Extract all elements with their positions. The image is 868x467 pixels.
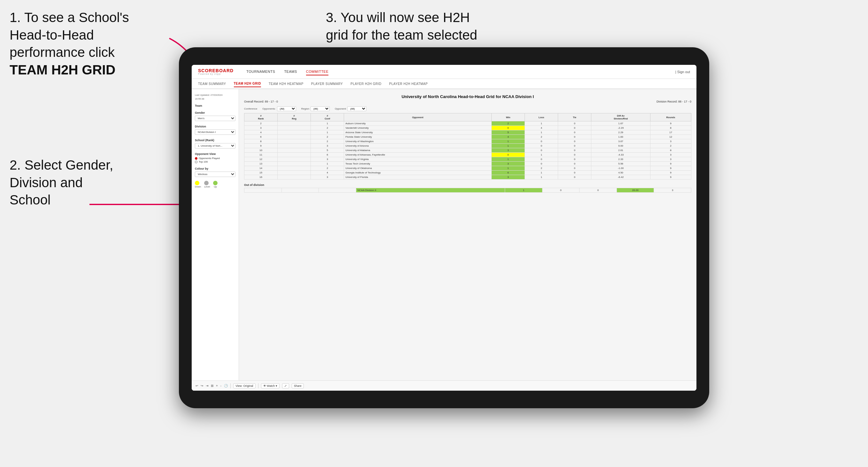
radio-opponents-played-icon (195, 157, 197, 160)
cell-win: 3 (491, 175, 525, 180)
gender-label: Gender (195, 111, 236, 114)
filter-region: Region (All) (301, 106, 330, 111)
bottom-toolbar: ↩ ↪ ⇥ ⊞ + - 🕐 View: Original 👁 Watch ▾ ⤢… (192, 380, 696, 391)
tab-team-h2h-heatmap[interactable]: TEAM H2H HEATMAP (269, 81, 304, 87)
cell-loss: 1 (525, 130, 558, 135)
fit-icon[interactable]: ⊞ (211, 384, 213, 387)
cell-reg (278, 139, 311, 144)
nav-teams[interactable]: TEAMS (284, 68, 297, 75)
cell-tie: 0 (558, 139, 591, 144)
col-tie: Tie (558, 114, 591, 121)
cell-win: 0 (491, 126, 525, 130)
share-label-btn[interactable]: Share (292, 383, 304, 388)
division-select[interactable]: NCAA Division I (195, 129, 236, 135)
cell-rank: 11 (244, 153, 278, 157)
cell-opponent: University of Arkansas, Fayetteville (344, 153, 492, 157)
tablet: SCOREBOARD Powered by clippi TOURNAMENTS… (179, 47, 709, 408)
zoom-in-icon[interactable]: + (216, 384, 218, 387)
table-row: 13 1 Texas Tech University 3 0 0 5.56 9 (244, 162, 691, 166)
opponent-label: Opponent (335, 107, 346, 110)
watch-btn[interactable]: 👁 Watch ▾ (261, 383, 280, 388)
cell-conf: 3 (311, 144, 344, 148)
forward-icon[interactable]: ⇥ (206, 384, 208, 387)
radio-top100[interactable]: Top 100 (195, 160, 236, 163)
colour-by-section: Colour by Win/loss (195, 167, 236, 177)
table-row: 8 2 University of Washington 1 0 0 3.67 … (244, 139, 691, 144)
cell-win: 1 (491, 139, 525, 144)
cell-diff: 2.29 (591, 130, 650, 135)
cell-rounds: 12 (650, 135, 691, 139)
opponent-view-section: Opponent View Opponents Played Top 100 (195, 152, 236, 163)
col-loss: Loss (525, 114, 558, 121)
tab-team-summary[interactable]: TEAM SUMMARY (198, 81, 226, 87)
col-rounds: Rounds (650, 114, 691, 121)
view-original-btn[interactable]: View: Original (233, 383, 255, 388)
sign-out-link[interactable]: | Sign out (675, 70, 690, 74)
cell-rank: 14 (244, 166, 278, 170)
cell-loss: 0 (525, 139, 558, 144)
cell-loss: 4 (525, 126, 558, 130)
cell-loss: 1 (525, 170, 558, 175)
cell-rank: 3 (244, 126, 278, 130)
nav-tournaments[interactable]: TOURNAMENTS (246, 68, 275, 75)
cell-rank: 16 (244, 175, 278, 180)
cell-diff: 2.61 (591, 148, 650, 153)
cell-opponent: Florida State University (344, 135, 492, 139)
cell-win: 3 (491, 148, 525, 153)
division-section: Division NCAA Division I (195, 125, 236, 135)
col-conf: #Conf (311, 114, 344, 121)
cell-rounds: 9 (650, 175, 691, 180)
cell-opponent: Georgia Institute of Technology (344, 170, 492, 175)
cell-reg (278, 162, 311, 166)
table-row: 16 3 University of Florida 3 1 0 -6.42 9 (244, 175, 691, 180)
table-row: 9 3 University of Arizona 1 0 0 9.00 2 (244, 144, 691, 148)
radio-opponents-played[interactable]: Opponents Played (195, 157, 236, 160)
cell-rank: 13 (244, 162, 278, 166)
zoom-out-icon[interactable]: - (220, 384, 221, 387)
gender-select[interactable]: Men's (195, 116, 236, 121)
redo-icon[interactable]: ↪ (200, 384, 203, 387)
cell-reg (278, 130, 311, 135)
clock-icon[interactable]: 🕐 (224, 384, 228, 387)
share-btn[interactable]: ⤢ (282, 383, 289, 388)
cell-rounds: 8 (650, 126, 691, 130)
tab-team-h2h-grid[interactable]: TEAM H2H GRID (234, 81, 261, 87)
opponent-view-label: Opponent View (195, 152, 236, 156)
tab-player-summary[interactable]: PLAYER SUMMARY (311, 81, 343, 87)
cell-rounds: 9 (650, 166, 691, 170)
out-of-division-table: NCAA Division II 1 0 0 26.00 3 (244, 188, 691, 193)
cell-rounds: 2 (650, 144, 691, 148)
cell-opponent: University of Arizona (344, 144, 492, 148)
cell-loss: 0 (525, 162, 558, 166)
table-header-row: #Rank #Reg #Conf Opponent Win Loss Tie D… (244, 114, 691, 121)
cell-diff: 9.00 (591, 144, 650, 148)
ood-loss: 0 (542, 188, 580, 193)
colour-by-select[interactable]: Win/loss (195, 172, 236, 177)
nav-committee[interactable]: COMMITTEE (306, 68, 329, 75)
tab-player-h2h-grid[interactable]: PLAYER H2H GRID (350, 81, 381, 87)
region-select[interactable]: (All) (311, 106, 330, 111)
cell-tie: 0 (558, 121, 591, 126)
cell-reg (278, 153, 311, 157)
cell-tie: 0 (558, 135, 591, 139)
cell-diff: -2.29 (591, 126, 650, 130)
school-select[interactable]: 1. University of Nort... (195, 143, 236, 149)
cell-opponent: Texas Tech University (344, 162, 492, 166)
opponents-select[interactable]: (All) (277, 106, 296, 111)
cell-opponent: Vanderbilt University (344, 126, 492, 130)
cell-reg (278, 157, 311, 162)
top-nav: SCOREBOARD Powered by clippi TOURNAMENTS… (192, 65, 696, 79)
tab-player-h2h-heatmap[interactable]: PLAYER H2H HEATMAP (389, 81, 428, 87)
cell-reg (278, 175, 311, 180)
opponent-select[interactable]: (All) (347, 106, 366, 111)
cell-opponent: Auburn University (344, 121, 492, 126)
table-row: 10 5 University of Alabama 3 0 0 2.61 8 (244, 148, 691, 153)
cell-tie: 0 (558, 130, 591, 135)
cell-win: 1 (491, 166, 525, 170)
cell-loss: 0 (525, 148, 558, 153)
color-down-label: Down (195, 185, 201, 188)
cell-conf: 2 (311, 126, 344, 130)
undo-icon[interactable]: ↩ (195, 384, 198, 387)
cell-tie: 0 (558, 166, 591, 170)
ood-win: 1 (505, 188, 542, 193)
